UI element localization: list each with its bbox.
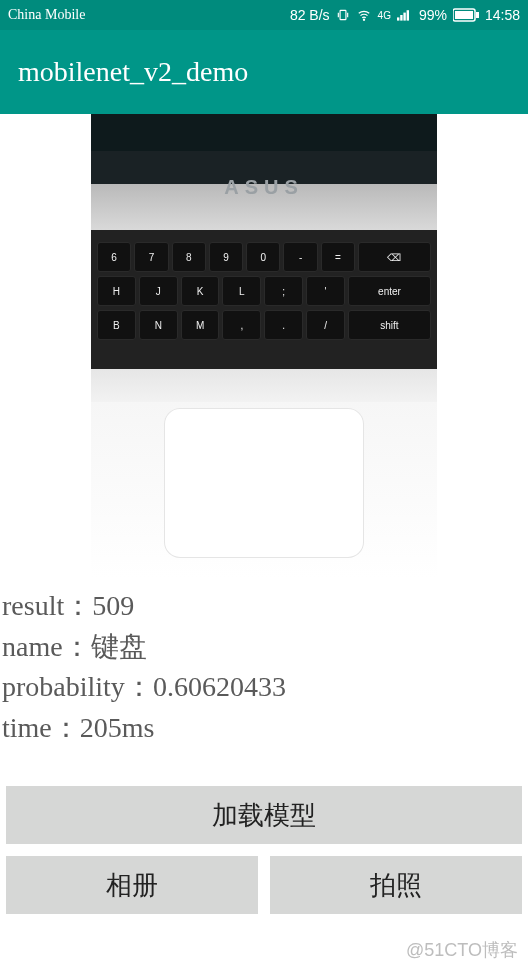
svg-rect-5 (400, 15, 402, 21)
svg-rect-6 (403, 13, 405, 21)
svg-rect-0 (340, 10, 346, 19)
result-label: result： (2, 590, 92, 621)
battery-icon (453, 8, 479, 22)
keyboard-row: HJKL;'enter (91, 276, 437, 306)
camera-button[interactable]: 拍照 (270, 856, 522, 914)
name-line: name：键盘 (2, 627, 526, 668)
probability-value: 0.60620433 (153, 671, 286, 702)
watermark: @51CTO博客 (406, 938, 518, 962)
signal-icon (397, 8, 413, 22)
album-button[interactable]: 相册 (6, 856, 258, 914)
sample-image: ASUS 67890-=⌫ HJKL;'enter BNM,./shift (91, 114, 437, 578)
keyboard-row: BNM,./shift (91, 310, 437, 340)
svg-rect-9 (455, 11, 473, 19)
button-area: 加载模型 相册 拍照 (6, 786, 522, 914)
network-type-label: 4G (378, 10, 391, 21)
name-value: 键盘 (91, 631, 147, 662)
app-title: mobilenet_v2_demo (18, 56, 248, 88)
keyboard-row: 67890-=⌫ (91, 242, 437, 272)
clock: 14:58 (485, 7, 520, 23)
result-line: result：509 (2, 586, 526, 627)
probability-label: probability： (2, 671, 153, 702)
laptop-trackpad (164, 408, 364, 558)
name-label: name： (2, 631, 91, 662)
result-value: 509 (92, 590, 134, 621)
wifi-icon (356, 8, 372, 22)
laptop-brand-label: ASUS (224, 176, 304, 199)
svg-rect-7 (407, 10, 409, 20)
time-label: time： (2, 712, 80, 743)
load-model-button[interactable]: 加载模型 (6, 786, 522, 844)
carrier-label: China Mobile (8, 7, 85, 23)
results-block: result：509 name：键盘 probability：0.6062043… (0, 578, 528, 768)
time-value: 205ms (80, 712, 155, 743)
image-holder: ASUS 67890-=⌫ HJKL;'enter BNM,./shift (0, 114, 528, 578)
vibrate-icon (336, 8, 350, 22)
svg-point-3 (363, 19, 364, 20)
status-right: 82 B/s 4G 99% 14:58 (290, 7, 520, 23)
battery-pct: 99% (419, 7, 447, 23)
svg-rect-10 (476, 12, 479, 18)
app-bar: mobilenet_v2_demo (0, 30, 528, 114)
content-area: ASUS 67890-=⌫ HJKL;'enter BNM,./shift re… (0, 114, 528, 768)
network-speed: 82 B/s (290, 7, 330, 23)
time-line: time：205ms (2, 708, 526, 749)
probability-line: probability：0.60620433 (2, 667, 526, 708)
status-bar: China Mobile 82 B/s 4G 99% 14:58 (0, 0, 528, 30)
svg-rect-4 (397, 17, 399, 20)
